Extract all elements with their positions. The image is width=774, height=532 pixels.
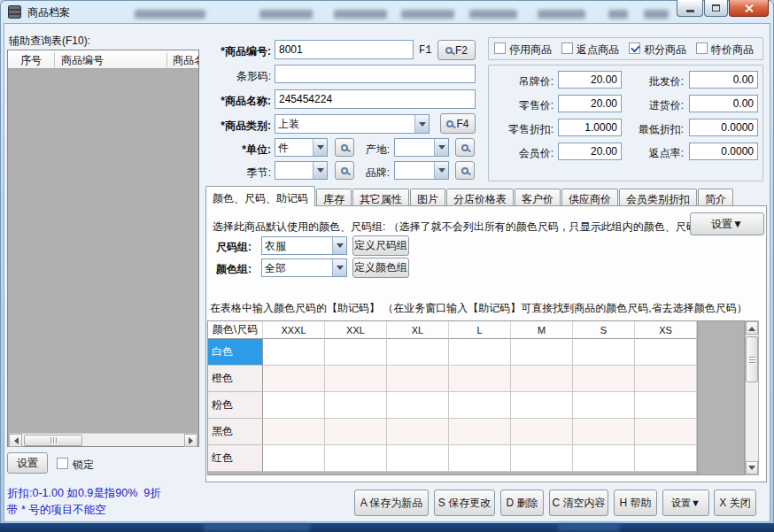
- origin-search-button[interactable]: [455, 138, 475, 157]
- grid-cell[interactable]: [263, 339, 325, 366]
- minimize-button[interactable]: [677, 0, 703, 17]
- retail-discount-input[interactable]: [558, 119, 622, 136]
- grid-row-pink[interactable]: 粉色: [208, 392, 263, 419]
- chevron-down-icon[interactable]: [434, 162, 448, 179]
- clear-button[interactable]: C 清空内容: [549, 490, 608, 516]
- grid-cell[interactable]: [263, 392, 325, 419]
- chevron-down-icon[interactable]: [332, 259, 346, 276]
- menu-item-blurred[interactable]: [538, 10, 585, 19]
- menu-item-blurred[interactable]: [644, 10, 669, 19]
- grid-cell[interactable]: [263, 445, 325, 472]
- barcode-input[interactable]: [275, 65, 476, 83]
- unit-select[interactable]: 件: [275, 138, 328, 157]
- chevron-down-icon[interactable]: [332, 237, 346, 254]
- color-group-select[interactable]: 全部: [261, 258, 347, 277]
- grid-cell[interactable]: [511, 366, 573, 392]
- grid-row-black[interactable]: 黑色: [208, 419, 263, 445]
- tab-supplier-price[interactable]: 供应商价: [561, 189, 618, 206]
- left-settings-button[interactable]: 设置: [7, 452, 48, 474]
- tab-branch-price[interactable]: 分店价格表: [446, 189, 514, 206]
- menu-item-blurred[interactable]: [469, 10, 517, 19]
- min-discount-input[interactable]: [689, 119, 758, 136]
- grid-row-red[interactable]: 红色: [208, 445, 263, 472]
- maximize-button[interactable]: [704, 0, 728, 17]
- chevron-down-icon[interactable]: [313, 162, 327, 179]
- grid-cell[interactable]: [635, 445, 697, 472]
- scroll-down-arrow[interactable]: [746, 461, 758, 474]
- close-button[interactable]: [729, 0, 769, 17]
- grid-cell[interactable]: [263, 419, 325, 445]
- rebate-rate-input[interactable]: [689, 143, 758, 160]
- grid-cell[interactable]: [387, 445, 449, 472]
- chevron-down-icon[interactable]: [434, 139, 448, 156]
- grid-cell[interactable]: [635, 339, 697, 366]
- grid-cell[interactable]: [449, 392, 511, 419]
- tab-member-discount[interactable]: 会员类别折扣: [619, 189, 697, 206]
- grid-cell[interactable]: [325, 392, 387, 419]
- grid-cell[interactable]: [511, 445, 573, 472]
- grid-cell[interactable]: [387, 366, 449, 392]
- menu-item-blurred[interactable]: [401, 10, 454, 19]
- scroll-left-arrow[interactable]: [9, 434, 22, 447]
- grid-cell[interactable]: [635, 366, 697, 392]
- lock-checkbox[interactable]: [57, 458, 68, 469]
- grid-cell[interactable]: [449, 419, 511, 445]
- grid-cell[interactable]: [387, 339, 449, 366]
- close-form-button[interactable]: X 关闭: [714, 490, 756, 516]
- grid-cell[interactable]: [511, 339, 573, 366]
- aux-horizontal-scrollbar[interactable]: [9, 433, 197, 446]
- product-no-input[interactable]: [275, 40, 414, 59]
- define-size-group-button[interactable]: 定义尺码组: [352, 235, 409, 256]
- tab-other-attrs[interactable]: 其它属性: [352, 189, 409, 206]
- help-button[interactable]: H 帮助: [614, 490, 657, 516]
- chevron-down-icon[interactable]: [313, 139, 327, 156]
- flag-special-checkbox[interactable]: [696, 42, 708, 54]
- category-select[interactable]: 上装: [275, 114, 430, 134]
- grid-cell[interactable]: [325, 419, 387, 445]
- scroll-up-arrow[interactable]: [746, 321, 758, 335]
- footer-settings-button[interactable]: 设置▼: [662, 490, 709, 516]
- brand-select[interactable]: [394, 161, 449, 180]
- tab-color-size[interactable]: 颜色、尺码、助记码: [205, 186, 315, 206]
- grid-cell[interactable]: [325, 339, 387, 366]
- grid-cell[interactable]: [635, 419, 697, 445]
- save-as-new-button[interactable]: A 保存为新品: [354, 490, 429, 516]
- tab-intro[interactable]: 简介: [698, 189, 733, 206]
- grid-cell[interactable]: [387, 392, 449, 419]
- flag-disabled-checkbox[interactable]: [494, 42, 506, 54]
- grid-cell[interactable]: [449, 339, 511, 366]
- scroll-thumb[interactable]: [746, 336, 758, 382]
- delete-button[interactable]: D 删除: [500, 490, 544, 516]
- origin-select[interactable]: [394, 138, 449, 157]
- grid-vertical-scrollbar[interactable]: [745, 320, 759, 475]
- brand-search-button[interactable]: [455, 161, 475, 180]
- menu-item-blurred[interactable]: [334, 10, 387, 19]
- product-name-input[interactable]: [275, 89, 476, 109]
- member-price-input[interactable]: [558, 143, 622, 160]
- grid-cell[interactable]: [573, 339, 635, 366]
- category-search-button[interactable]: F4: [440, 113, 476, 134]
- save-changes-button[interactable]: S 保存更改: [434, 490, 495, 516]
- grid-cell[interactable]: [325, 445, 387, 472]
- scroll-thumb[interactable]: [24, 435, 82, 446]
- product-no-search-button[interactable]: F2: [437, 40, 476, 60]
- grid-cell[interactable]: [449, 445, 511, 472]
- grid-cell[interactable]: [511, 419, 573, 445]
- grid-cell[interactable]: [573, 445, 635, 472]
- tab-stock[interactable]: 库存: [316, 189, 352, 206]
- season-select[interactable]: [275, 161, 328, 180]
- grid-cell[interactable]: [325, 366, 387, 392]
- menu-item-blurred[interactable]: [135, 10, 205, 19]
- chevron-down-icon[interactable]: [414, 115, 429, 133]
- grid-cell[interactable]: [573, 366, 635, 392]
- tab-customer-price[interactable]: 客户价: [515, 189, 561, 206]
- menu-item-blurred[interactable]: [259, 10, 313, 19]
- panel-settings-button[interactable]: 设置▼: [690, 212, 764, 235]
- tab-picture[interactable]: 图片: [410, 189, 445, 206]
- define-color-group-button[interactable]: 定义颜色组: [352, 258, 409, 278]
- flag-points-checkbox[interactable]: [629, 42, 640, 54]
- grid-cell[interactable]: [573, 419, 635, 445]
- flag-rebate-checkbox[interactable]: [561, 42, 573, 54]
- menu-item-blurred[interactable]: [608, 10, 628, 19]
- aux-query-table[interactable]: 序号 商品编号 商品名称: [7, 50, 199, 447]
